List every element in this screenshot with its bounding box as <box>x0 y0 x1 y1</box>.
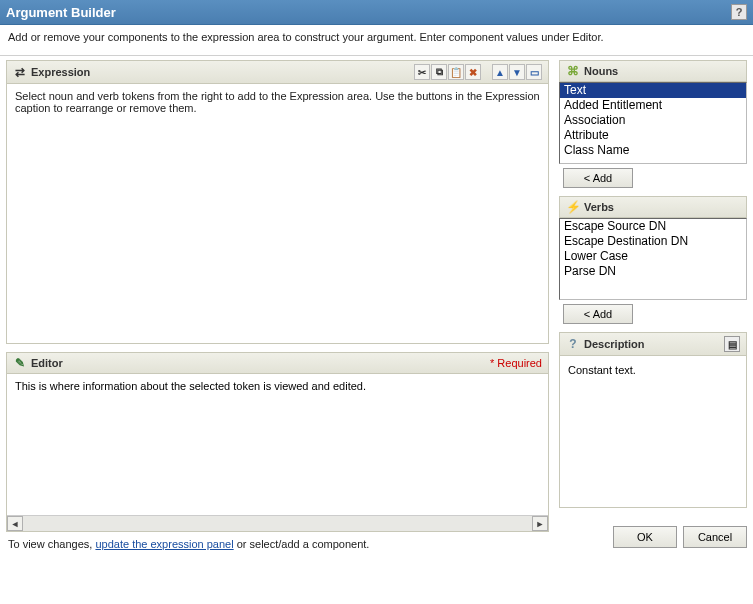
list-item[interactable]: Attribute <box>560 128 746 143</box>
nouns-header-label: Nouns <box>584 65 618 77</box>
verbs-header: ⚡ Verbs <box>559 196 747 218</box>
titlebar: Argument Builder ? <box>0 0 753 25</box>
nouns-header: ⌘ Nouns <box>559 60 747 82</box>
subtitle: Add or remove your components to the exp… <box>0 25 753 56</box>
verbs-listbox[interactable]: Escape Source DNEscape Destination DNLow… <box>559 218 747 300</box>
copy-button[interactable]: ⧉ <box>431 64 447 80</box>
help-icon[interactable]: ? <box>731 4 747 20</box>
description-body: Constant text. <box>559 356 747 508</box>
list-item[interactable]: Escape Destination DN <box>560 234 746 249</box>
footer-hint: To view changes, update the expression p… <box>6 532 549 556</box>
list-item[interactable]: Text <box>560 83 746 98</box>
expression-header-label: Expression <box>31 66 90 78</box>
description-header: ? Description ▤ <box>559 332 747 356</box>
update-expression-link[interactable]: update the expression panel <box>95 538 233 550</box>
footer-prefix: To view changes, <box>8 538 95 550</box>
ok-button[interactable]: OK <box>613 526 677 548</box>
verbs-add-button[interactable]: < Add <box>563 304 633 324</box>
paste-button[interactable]: 📋 <box>448 64 464 80</box>
scroll-track[interactable] <box>23 516 532 531</box>
delete-button[interactable]: ✖ <box>465 64 481 80</box>
editor-header-label: Editor <box>31 357 63 369</box>
list-item[interactable]: Added Entitlement <box>560 98 746 113</box>
list-item[interactable]: Class Name <box>560 143 746 158</box>
collapse-button[interactable]: ▭ <box>526 64 542 80</box>
required-label: * Required <box>490 357 542 369</box>
nouns-listbox[interactable]: TextAdded EntitlementAssociationAttribut… <box>559 82 747 164</box>
footer-suffix: or select/add a component. <box>234 538 370 550</box>
move-up-button[interactable]: ▲ <box>492 64 508 80</box>
scroll-right-icon[interactable]: ► <box>532 516 548 531</box>
editor-hint: This is where information about the sele… <box>15 380 366 392</box>
description-header-label: Description <box>584 338 645 350</box>
scroll-left-icon[interactable]: ◄ <box>7 516 23 531</box>
editor-body[interactable]: This is where information about the sele… <box>6 374 549 532</box>
description-text: Constant text. <box>568 364 636 376</box>
cut-button[interactable]: ✂ <box>414 64 430 80</box>
list-item[interactable]: Escape Source DN <box>560 219 746 234</box>
description-icon: ? <box>566 337 580 351</box>
list-item[interactable]: Lower Case <box>560 249 746 264</box>
title-text: Argument Builder <box>6 5 116 20</box>
description-doc-icon[interactable]: ▤ <box>724 336 740 352</box>
dialog-buttons: OK Cancel <box>559 516 747 548</box>
editor-icon: ✎ <box>13 356 27 370</box>
nouns-add-button[interactable]: < Add <box>563 168 633 188</box>
expression-body[interactable]: Select noun and verb tokens from the rig… <box>6 84 549 344</box>
editor-header: ✎ Editor * Required <box>6 352 549 374</box>
verbs-icon: ⚡ <box>566 200 580 214</box>
expression-header: ⇄ Expression ✂ ⧉ 📋 ✖ ▲ ▼ ▭ <box>6 60 549 84</box>
expression-hint: Select noun and verb tokens from the rig… <box>15 90 540 114</box>
list-item[interactable]: Association <box>560 113 746 128</box>
expression-icon: ⇄ <box>13 65 27 79</box>
verbs-header-label: Verbs <box>584 201 614 213</box>
editor-hscrollbar[interactable]: ◄ ► <box>7 515 548 531</box>
cancel-button[interactable]: Cancel <box>683 526 747 548</box>
move-down-button[interactable]: ▼ <box>509 64 525 80</box>
list-item[interactable]: Parse DN <box>560 264 746 279</box>
nouns-icon: ⌘ <box>566 64 580 78</box>
